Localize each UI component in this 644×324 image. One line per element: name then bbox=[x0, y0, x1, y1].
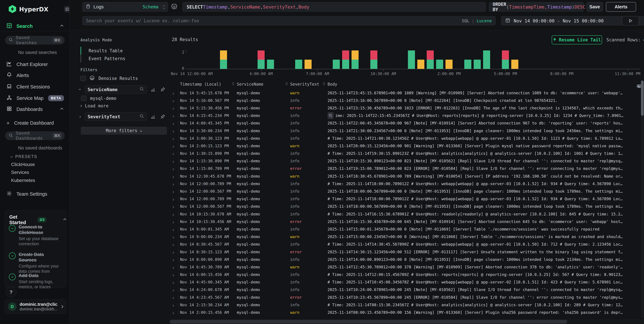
log-row[interactable]: Nov 14 6:00:15.456 AM mysql-demo info # … bbox=[170, 271, 644, 278]
load-more-button[interactable]: Load more bbox=[80, 103, 108, 108]
preset-kubernetes[interactable]: Kubernetes bbox=[11, 178, 35, 183]
presets-section-toggle[interactable]: PRESETS bbox=[11, 154, 37, 159]
expand-row-chevron[interactable] bbox=[172, 206, 174, 208]
help-button[interactable]: ? bbox=[6, 287, 16, 298]
sidebar-item-service-map[interactable]: Service Map BETA bbox=[0, 94, 70, 103]
log-row[interactable]: Nov 14 4:45:00.345 AM mysql-demo info # … bbox=[170, 278, 644, 286]
expand-row-chevron[interactable] bbox=[172, 93, 174, 95]
histogram-bar[interactable] bbox=[220, 50, 227, 69]
expand-row-chevron[interactable] bbox=[172, 236, 174, 239]
histogram-bar[interactable] bbox=[502, 50, 509, 69]
filter-value-mysql-demo[interactable]: mysql-demo bbox=[81, 96, 116, 101]
log-row[interactable]: Nov 14 4:23:45.567 AM mysql-demo error 2… bbox=[170, 294, 644, 301]
col-header-servicename[interactable]: ServiceName bbox=[237, 82, 264, 87]
vertical-scrollbar-thumb[interactable] bbox=[641, 81, 644, 116]
expand-row-chevron[interactable] bbox=[172, 138, 174, 140]
expand-row-chevron[interactable] bbox=[172, 305, 174, 307]
expand-row-chevron[interactable] bbox=[172, 297, 174, 299]
log-row[interactable]: Nov 14 3:30:00.234 PM mysql-demo info 20… bbox=[170, 127, 644, 135]
sidebar-item-chart-explorer[interactable]: Chart Explorer bbox=[0, 60, 70, 69]
log-row[interactable]: Nov 14 10:15:30.678 AM mysql-demo info #… bbox=[170, 210, 644, 218]
histogram-bar[interactable] bbox=[464, 60, 471, 69]
query-language-toggle[interactable]: SQL | Lucene bbox=[462, 18, 492, 23]
log-row[interactable]: Nov 14 1:15:30.890 PM mysql-demo info 20… bbox=[170, 157, 644, 165]
source-settings-gear-icon[interactable] bbox=[171, 4, 177, 10]
sidebar-item-dashboards[interactable]: Dashboards bbox=[0, 105, 70, 114]
histogram-bar[interactable] bbox=[408, 50, 415, 69]
log-row[interactable]: Nov 14 4:00:45.345 PM mysql-demo info 20… bbox=[170, 120, 644, 127]
log-row[interactable]: Nov 14 12:30:45.678 PM mysql-demo warn 2… bbox=[170, 172, 644, 180]
histogram-bar[interactable] bbox=[295, 60, 302, 69]
chevron-up-icon[interactable] bbox=[60, 108, 63, 111]
log-row[interactable]: Nov 14 9:00:01.345 AM mysql-demo info 20… bbox=[170, 225, 644, 233]
log-row[interactable]: Nov 14 1:30:15.890 PM mysql-demo info # … bbox=[170, 150, 644, 157]
log-row[interactable]: Nov 14 12:00:00.789 PM mysql-demo info #… bbox=[170, 180, 644, 187]
histogram-bar[interactable] bbox=[304, 60, 312, 69]
log-row[interactable]: Nov 14 3:00:30.123 PM mysql-demo info # … bbox=[170, 135, 644, 142]
histogram-bar[interactable] bbox=[258, 50, 264, 69]
log-row[interactable]: Nov 14 5:15:30.456 PM mysql-demo error 2… bbox=[170, 104, 644, 112]
servicename-filter-input[interactable]: ServiceName bbox=[85, 85, 147, 94]
results-histogram[interactable]: 2 0 Nov 14 12:00:00 AM4:00:00 AM7:00:00 … bbox=[170, 50, 644, 78]
mode-event-patterns[interactable]: Event Patterns bbox=[80, 55, 168, 62]
expand-row-chevron[interactable] bbox=[172, 252, 174, 254]
pin-icon[interactable] bbox=[160, 114, 165, 120]
chart-facet-icon[interactable] bbox=[150, 87, 156, 93]
log-row[interactable]: Nov 14 2:00:15.456 AM mysql-demo warn 20… bbox=[170, 309, 644, 316]
expand-row-chevron[interactable] bbox=[172, 183, 174, 186]
histogram-bar[interactable] bbox=[427, 50, 434, 69]
expand-row-chevron[interactable] bbox=[172, 244, 174, 246]
servicename-collapse-chevron[interactable] bbox=[79, 88, 81, 90]
task-connect-clickhouse[interactable]: Connect to ClickHouse Set up your databa… bbox=[9, 224, 62, 246]
chevron-up-icon[interactable] bbox=[64, 218, 66, 221]
drag-handle-icon[interactable]: ⠿ bbox=[232, 82, 234, 86]
expand-row-chevron[interactable] bbox=[172, 146, 174, 148]
log-row[interactable]: Nov 14 9:00:00.234 AM mysql-demo warn 20… bbox=[170, 233, 644, 241]
alerts-button[interactable]: Alerts bbox=[606, 2, 636, 12]
source-select[interactable]: Logs Schema bbox=[82, 2, 168, 12]
denoise-results-toggle[interactable]: Denoise Results bbox=[80, 75, 138, 82]
col-header-timestamp[interactable]: Timestamp (Local) bbox=[180, 82, 221, 87]
expand-row-chevron[interactable] bbox=[172, 153, 174, 155]
log-row[interactable]: Nov 14 1:15:00.789 PM mysql-demo error 2… bbox=[170, 165, 644, 172]
log-row[interactable]: Nov 14 12:00:00.789 PM mysql-demo info #… bbox=[170, 195, 644, 203]
expand-row-chevron[interactable] bbox=[172, 100, 174, 102]
expand-row-chevron[interactable] bbox=[172, 168, 174, 170]
expand-row-chevron[interactable] bbox=[172, 176, 174, 178]
histogram-bar[interactable] bbox=[267, 60, 274, 69]
more-filters-button[interactable]: More filters bbox=[81, 127, 167, 135]
histogram-bar[interactable] bbox=[370, 50, 377, 69]
expand-row-chevron[interactable] bbox=[172, 267, 174, 269]
expand-row-chevron[interactable] bbox=[172, 221, 174, 223]
expand-row-chevron[interactable] bbox=[172, 290, 174, 292]
log-row[interactable]: Nov 14 6:45:30.789 AM mysql-demo warn 20… bbox=[170, 263, 644, 271]
histogram-bar[interactable] bbox=[483, 50, 490, 69]
create-dashboard-button[interactable]: + Create Dashboard bbox=[0, 118, 70, 128]
sidebar-item-search[interactable]: Search bbox=[0, 21, 70, 31]
log-row[interactable]: Nov 14 10:15:30.456 AM mysql-demo error … bbox=[170, 218, 644, 225]
log-row[interactable]: Nov 14 8:00:00.890 AM mysql-demo info 20… bbox=[170, 256, 644, 263]
expand-row-chevron[interactable] bbox=[172, 191, 174, 193]
drag-handle-icon[interactable]: ⠿ bbox=[323, 82, 325, 86]
log-row[interactable]: Nov 14 5:16:00.567 PM mysql-demo info 20… bbox=[170, 97, 644, 104]
sql-select-editor[interactable]: SELECT Timestamp,ServiceName,SeverityTex… bbox=[182, 2, 486, 12]
histogram-bar[interactable] bbox=[511, 60, 518, 69]
task-create-data-sources[interactable]: Create Data Sources Configure where your… bbox=[9, 252, 62, 274]
task-add-data[interactable]: Add Data Start sending logs, metrics, or… bbox=[9, 273, 62, 290]
severitytext-collapse-chevron[interactable] bbox=[79, 116, 81, 118]
run-query-button[interactable] bbox=[622, 16, 639, 25]
log-row[interactable]: Nov 14 8:30:45.567 AM mysql-demo info # … bbox=[170, 241, 644, 248]
expand-row-chevron[interactable] bbox=[172, 312, 174, 314]
log-row[interactable]: Nov 14 12:00:00.567 PM mysql-demo info 2… bbox=[170, 187, 644, 195]
horizontal-scrollbar-thumb[interactable] bbox=[170, 320, 567, 324]
sidebar-item-team-settings[interactable]: Team Settings bbox=[0, 189, 70, 199]
copy-icon[interactable] bbox=[328, 112, 334, 119]
histogram-bar[interactable] bbox=[342, 50, 349, 69]
checkbox[interactable] bbox=[80, 76, 86, 81]
col-header-severitytext[interactable]: SeverityText bbox=[290, 82, 319, 87]
histogram-bar[interactable] bbox=[352, 50, 358, 69]
expand-row-chevron[interactable] bbox=[172, 161, 174, 163]
log-row[interactable]: Nov 14 2:00:15.123 PM mysql-demo warn 20… bbox=[170, 142, 644, 150]
log-row[interactable]: Nov 14 4:15:45.234 PM mysql-demo info im… bbox=[170, 112, 644, 120]
histogram-bar[interactable] bbox=[417, 60, 424, 69]
